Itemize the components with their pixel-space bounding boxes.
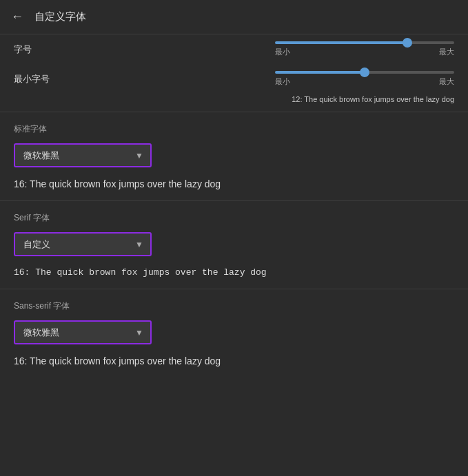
font-size-max-label: 最大 (439, 47, 454, 57)
section-divider-3 (0, 289, 468, 289)
min-font-size-row: 最小字号 最小 最大 (0, 64, 468, 94)
sans-serif-font-preview: 16: The quick brown fox jumps over the l… (0, 350, 468, 375)
min-font-size-max-label: 最大 (439, 76, 454, 87)
min-font-size-slider-labels: 最小 最大 (275, 76, 454, 87)
min-font-size-min-label: 最小 (275, 76, 290, 87)
font-size-slider-labels: 最小 最大 (275, 47, 454, 57)
header: ← 自定义字体 (0, 0, 468, 34)
font-size-slider-wrapper (275, 41, 454, 44)
section-divider-2 (0, 200, 468, 201)
sans-serif-font-select[interactable]: 微软雅黑 Arial Helvetica Verdana (15, 322, 150, 343)
font-size-slider[interactable] (275, 41, 454, 44)
font-size-label: 字号 (14, 43, 69, 56)
serif-font-preview: 16: The quick brown fox jumps over the l… (0, 262, 468, 286)
min-font-size-slider-wrapper (275, 71, 454, 74)
serif-font-section-label: Serif 字体 (0, 204, 468, 229)
serif-font-select-wrapper: 自定义 Times New Roman Georgia Serif ▼ (14, 232, 152, 256)
standard-font-select[interactable]: 微软雅黑 Arial Times New Roman Courier New (15, 145, 150, 166)
min-font-size-preview: 12: The quick brown fox jumps over the l… (0, 94, 468, 109)
standard-font-section: 标准字体 微软雅黑 Arial Times New Roman Courier … (0, 115, 468, 198)
standard-font-preview: 16: The quick brown fox jumps over the l… (0, 173, 468, 198)
font-size-slider-container: 最小 最大 (69, 41, 454, 57)
serif-font-section: Serif 字体 自定义 Times New Roman Georgia Ser… (0, 204, 468, 286)
font-size-row: 字号 最小 最大 (0, 34, 468, 64)
sans-serif-font-select-row: 微软雅黑 Arial Helvetica Verdana ▼ (0, 318, 468, 350)
serif-font-select-row: 自定义 Times New Roman Georgia Serif ▼ (0, 229, 468, 262)
min-font-size-slider[interactable] (275, 71, 454, 74)
sans-serif-font-section: Sans-serif 字体 微软雅黑 Arial Helvetica Verda… (0, 292, 468, 375)
standard-font-select-wrapper: 微软雅黑 Arial Times New Roman Courier New ▼ (14, 143, 152, 167)
standard-font-section-label: 标准字体 (0, 115, 468, 141)
back-button[interactable]: ← (11, 10, 23, 24)
sans-serif-font-section-label: Sans-serif 字体 (0, 292, 468, 318)
standard-font-select-row: 微软雅黑 Arial Times New Roman Courier New ▼ (0, 141, 468, 173)
page-title: 自定义字体 (34, 10, 86, 23)
sans-serif-font-select-wrapper: 微软雅黑 Arial Helvetica Verdana ▼ (14, 320, 152, 344)
serif-font-select[interactable]: 自定义 Times New Roman Georgia Serif (15, 234, 150, 255)
section-divider-1 (0, 112, 468, 112)
font-size-min-label: 最小 (275, 47, 290, 57)
min-font-size-slider-container: 最小 最大 (69, 71, 454, 87)
min-font-size-label: 最小字号 (14, 73, 69, 85)
